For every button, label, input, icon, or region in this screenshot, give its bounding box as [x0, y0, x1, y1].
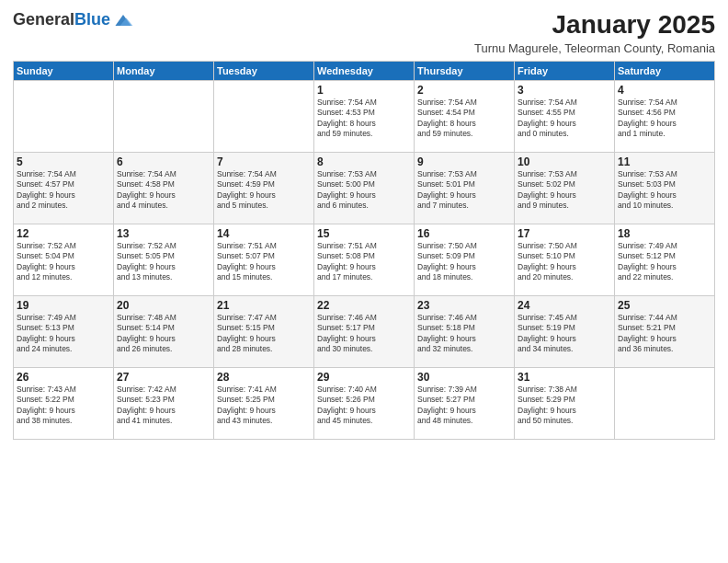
day-info: Sunrise: 7:54 AMSunset: 4:56 PMDaylight:…: [618, 98, 711, 140]
day-number: 6: [117, 155, 210, 168]
day-number: 10: [518, 155, 611, 168]
day-number: 16: [417, 227, 511, 240]
day-info: Sunrise: 7:49 AMSunset: 5:13 PMDaylight:…: [17, 313, 110, 355]
day-info: Sunrise: 7:48 AMSunset: 5:14 PMDaylight:…: [117, 313, 210, 355]
week-row-4: 19Sunrise: 7:49 AMSunset: 5:13 PMDayligh…: [14, 295, 715, 367]
day-cell-1-3: 8Sunrise: 7:53 AMSunset: 5:00 PMDaylight…: [314, 152, 415, 224]
day-number: 8: [317, 155, 411, 168]
header-row: Sunday Monday Tuesday Wednesday Thursday…: [14, 61, 715, 80]
day-cell-2-5: 17Sunrise: 7:50 AMSunset: 5:10 PMDayligh…: [515, 224, 615, 295]
day-cell-3-6: 25Sunrise: 7:44 AMSunset: 5:21 PMDayligh…: [615, 295, 715, 367]
day-info: Sunrise: 7:46 AMSunset: 5:17 PMDaylight:…: [317, 313, 411, 355]
calendar-title: January 2025: [474, 11, 715, 40]
day-number: 20: [117, 299, 210, 312]
day-cell-3-3: 22Sunrise: 7:46 AMSunset: 5:17 PMDayligh…: [314, 295, 415, 367]
day-number: 18: [618, 227, 711, 240]
day-number: 13: [117, 227, 210, 240]
day-info: Sunrise: 7:53 AMSunset: 5:00 PMDaylight:…: [317, 169, 411, 212]
day-info: Sunrise: 7:52 AMSunset: 5:05 PMDaylight:…: [117, 241, 210, 283]
week-row-1: 1Sunrise: 7:54 AMSunset: 4:53 PMDaylight…: [14, 80, 715, 152]
page: GeneralBlue January 2025 Turnu Magurele,…: [0, 0, 728, 563]
day-number: 11: [618, 155, 711, 168]
day-cell-2-6: 18Sunrise: 7:49 AMSunset: 5:12 PMDayligh…: [615, 224, 715, 295]
week-row-3: 12Sunrise: 7:52 AMSunset: 5:04 PMDayligh…: [14, 224, 715, 295]
day-info: Sunrise: 7:50 AMSunset: 5:10 PMDaylight:…: [518, 241, 611, 283]
day-info: Sunrise: 7:52 AMSunset: 5:04 PMDaylight:…: [17, 241, 110, 283]
day-info: Sunrise: 7:43 AMSunset: 5:22 PMDaylight:…: [17, 385, 110, 427]
day-info: Sunrise: 7:53 AMSunset: 5:02 PMDaylight:…: [518, 169, 611, 212]
logo-icon: [112, 11, 134, 29]
day-info: Sunrise: 7:49 AMSunset: 5:12 PMDaylight:…: [618, 241, 711, 283]
day-number: 14: [217, 227, 311, 240]
day-cell-1-0: 5Sunrise: 7:54 AMSunset: 4:57 PMDaylight…: [14, 152, 114, 224]
col-wednesday: Wednesday: [314, 61, 415, 80]
day-cell-4-6: [615, 367, 715, 439]
day-cell-0-3: 1Sunrise: 7:54 AMSunset: 4:53 PMDaylight…: [314, 80, 415, 152]
week-row-2: 5Sunrise: 7:54 AMSunset: 4:57 PMDaylight…: [14, 152, 715, 224]
day-number: 19: [17, 299, 110, 312]
day-cell-4-3: 29Sunrise: 7:40 AMSunset: 5:26 PMDayligh…: [314, 367, 415, 439]
col-tuesday: Tuesday: [214, 61, 314, 80]
day-cell-1-5: 10Sunrise: 7:53 AMSunset: 5:02 PMDayligh…: [515, 152, 615, 224]
day-info: Sunrise: 7:54 AMSunset: 4:53 PMDaylight:…: [317, 98, 411, 140]
day-cell-4-1: 27Sunrise: 7:42 AMSunset: 5:23 PMDayligh…: [114, 367, 214, 439]
day-cell-2-4: 16Sunrise: 7:50 AMSunset: 5:09 PMDayligh…: [415, 224, 515, 295]
day-cell-3-4: 23Sunrise: 7:46 AMSunset: 5:18 PMDayligh…: [415, 295, 515, 367]
day-number: 26: [17, 371, 110, 384]
day-cell-2-3: 15Sunrise: 7:51 AMSunset: 5:08 PMDayligh…: [314, 224, 415, 295]
day-info: Sunrise: 7:47 AMSunset: 5:15 PMDaylight:…: [217, 313, 311, 355]
day-info: Sunrise: 7:53 AMSunset: 5:03 PMDaylight:…: [618, 169, 711, 212]
calendar-table: Sunday Monday Tuesday Wednesday Thursday…: [13, 61, 715, 440]
day-info: Sunrise: 7:53 AMSunset: 5:01 PMDaylight:…: [417, 169, 511, 212]
day-cell-2-0: 12Sunrise: 7:52 AMSunset: 5:04 PMDayligh…: [14, 224, 114, 295]
day-cell-1-4: 9Sunrise: 7:53 AMSunset: 5:01 PMDaylight…: [415, 152, 515, 224]
day-number: 23: [417, 299, 511, 312]
day-cell-3-2: 21Sunrise: 7:47 AMSunset: 5:15 PMDayligh…: [214, 295, 314, 367]
day-info: Sunrise: 7:42 AMSunset: 5:23 PMDaylight:…: [117, 385, 210, 427]
day-info: Sunrise: 7:50 AMSunset: 5:09 PMDaylight:…: [417, 241, 511, 283]
day-cell-0-2: [214, 80, 314, 152]
title-block: January 2025 Turnu Magurele, Teleorman C…: [474, 11, 715, 55]
day-cell-4-0: 26Sunrise: 7:43 AMSunset: 5:22 PMDayligh…: [14, 367, 114, 439]
day-info: Sunrise: 7:54 AMSunset: 4:57 PMDaylight:…: [17, 169, 110, 212]
day-info: Sunrise: 7:46 AMSunset: 5:18 PMDaylight:…: [417, 313, 511, 355]
day-info: Sunrise: 7:54 AMSunset: 4:59 PMDaylight:…: [217, 169, 311, 212]
day-number: 15: [317, 227, 411, 240]
day-info: Sunrise: 7:45 AMSunset: 5:19 PMDaylight:…: [518, 313, 611, 355]
day-number: 22: [317, 299, 411, 312]
day-number: 2: [417, 84, 511, 97]
col-sunday: Sunday: [14, 61, 114, 80]
day-number: 5: [17, 155, 110, 168]
day-info: Sunrise: 7:54 AMSunset: 4:58 PMDaylight:…: [117, 169, 210, 212]
day-cell-3-1: 20Sunrise: 7:48 AMSunset: 5:14 PMDayligh…: [114, 295, 214, 367]
logo-blue-text: Blue: [74, 10, 110, 29]
day-number: 1: [317, 84, 411, 97]
day-cell-0-1: [114, 80, 214, 152]
logo-general-text: General: [13, 10, 74, 29]
day-info: Sunrise: 7:44 AMSunset: 5:21 PMDaylight:…: [618, 313, 711, 355]
day-number: 7: [217, 155, 311, 168]
day-number: 28: [217, 371, 311, 384]
col-saturday: Saturday: [615, 61, 715, 80]
day-cell-0-5: 3Sunrise: 7:54 AMSunset: 4:55 PMDaylight…: [515, 80, 615, 152]
day-cell-1-6: 11Sunrise: 7:53 AMSunset: 5:03 PMDayligh…: [615, 152, 715, 224]
day-info: Sunrise: 7:41 AMSunset: 5:25 PMDaylight:…: [217, 385, 311, 427]
day-cell-1-1: 6Sunrise: 7:54 AMSunset: 4:58 PMDaylight…: [114, 152, 214, 224]
day-cell-3-0: 19Sunrise: 7:49 AMSunset: 5:13 PMDayligh…: [14, 295, 114, 367]
day-info: Sunrise: 7:54 AMSunset: 4:55 PMDaylight:…: [518, 98, 611, 140]
day-info: Sunrise: 7:38 AMSunset: 5:29 PMDaylight:…: [518, 385, 611, 427]
calendar-subtitle: Turnu Magurele, Teleorman County, Romani…: [474, 41, 715, 55]
day-info: Sunrise: 7:51 AMSunset: 5:08 PMDaylight:…: [317, 241, 411, 283]
col-thursday: Thursday: [415, 61, 515, 80]
day-number: 25: [618, 299, 711, 312]
day-cell-0-6: 4Sunrise: 7:54 AMSunset: 4:56 PMDaylight…: [615, 80, 715, 152]
day-number: 12: [17, 227, 110, 240]
day-number: 9: [417, 155, 511, 168]
day-cell-4-5: 31Sunrise: 7:38 AMSunset: 5:29 PMDayligh…: [515, 367, 615, 439]
week-row-5: 26Sunrise: 7:43 AMSunset: 5:22 PMDayligh…: [14, 367, 715, 439]
day-cell-2-1: 13Sunrise: 7:52 AMSunset: 5:05 PMDayligh…: [114, 224, 214, 295]
day-number: 30: [417, 371, 511, 384]
day-cell-2-2: 14Sunrise: 7:51 AMSunset: 5:07 PMDayligh…: [214, 224, 314, 295]
day-cell-0-4: 2Sunrise: 7:54 AMSunset: 4:54 PMDaylight…: [415, 80, 515, 152]
header: GeneralBlue January 2025 Turnu Magurele,…: [13, 11, 715, 55]
